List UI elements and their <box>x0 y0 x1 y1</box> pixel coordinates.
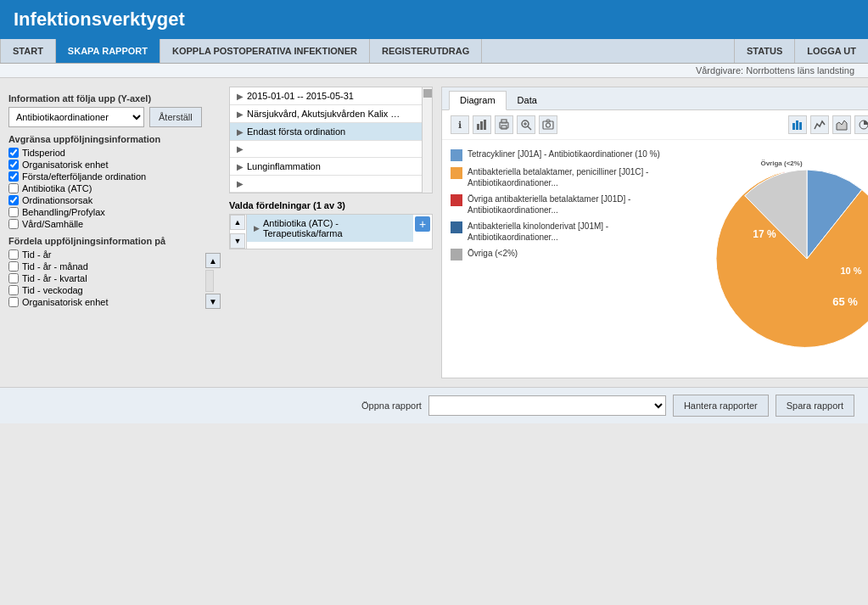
dist-tid-ar-input[interactable] <box>8 249 19 260</box>
svg-rect-1 <box>480 121 483 130</box>
center-column: ▶ 2015-01-01 -- 2015-05-31 ▶ Närsjukvård… <box>229 87 433 378</box>
legend-color-1 <box>451 149 462 161</box>
y-axis-select[interactable]: Antibiotikaordinationer <box>8 107 144 127</box>
filter-arrow-icon-5: ▶ <box>237 162 244 171</box>
tab-data[interactable]: Data <box>507 91 548 109</box>
legend-color-4 <box>451 221 462 233</box>
distribute-label: Fördela uppföljningsinformation på <box>8 236 221 246</box>
chart-toolbar: ℹ <box>442 110 868 140</box>
pie-chart-icon[interactable] <box>854 115 868 134</box>
nav-skapa-rapport[interactable]: SKAPA RAPPORT <box>56 39 160 63</box>
filter-section-label: Avgränsa uppföljningsinformation <box>8 134 221 144</box>
nav-registerutdrag[interactable]: REGISTERUTDRAG <box>370 39 482 63</box>
svg-point-11 <box>546 123 551 127</box>
svg-line-7 <box>528 126 531 130</box>
filter-narsjukvard[interactable]: ▶ Närsjukvård, Akutsjukvården Kalix sjuk… <box>230 105 422 123</box>
tab-diagram[interactable]: Diagram <box>449 91 507 110</box>
dist-tid-veckodag-input[interactable] <box>8 285 19 295</box>
nav-right: STATUS LOGGA UT <box>734 39 868 63</box>
app-header: Infektionsverktyget <box>0 0 868 39</box>
dist-up-btn[interactable]: ▲ <box>230 215 245 230</box>
nav-start[interactable]: START <box>0 39 56 63</box>
pie-chart-container: 10 % 65 % 17 % 5 % Övriga (<2%) <box>697 148 868 369</box>
zoom-icon[interactable] <box>517 115 535 134</box>
report-select[interactable] <box>428 395 666 416</box>
filter-tidsperiod[interactable]: ▶ 2015-01-01 -- 2015-05-31 <box>230 87 422 105</box>
legend-color-5 <box>451 249 462 260</box>
checkbox-ordination: Första/efterföljande ordination <box>8 171 221 182</box>
checkbox-ordinationsorsak-input[interactable] <box>8 195 19 205</box>
filter-empty1[interactable]: ▶ <box>230 141 422 158</box>
save-report-button[interactable]: Spara rapport <box>776 395 854 417</box>
distribute-section: Fördela uppföljningsinformation på Tid -… <box>8 236 221 309</box>
y-axis-row: Antibiotikaordinationer Återställ <box>8 107 221 127</box>
app-title: Infektionsverktyget <box>14 8 185 30</box>
dist-scroll-up[interactable]: ▲ <box>205 253 221 268</box>
distribute-row: Tid - år Tid - år - månad Tid - år - kva… <box>8 249 221 309</box>
pie-chart-svg: 10 % 65 % 17 % 5 % Övriga (<2%) <box>697 148 868 369</box>
info-icon[interactable]: ℹ <box>451 115 469 134</box>
checkbox-ordinationsorsak: Ordinationsorsak <box>8 195 221 205</box>
dist-org-enhet-input[interactable] <box>8 297 19 307</box>
pie-label-17: 17 % <box>753 228 776 240</box>
dist-tid-ar-manad-input[interactable] <box>8 261 19 272</box>
line-chart-icon[interactable] <box>810 115 829 134</box>
filter-list: ▶ 2015-01-01 -- 2015-05-31 ▶ Närsjukvård… <box>230 87 422 193</box>
left-panel: Information att följa upp (Y-axel) Antib… <box>8 87 221 378</box>
distribution-inner: ▲ ▼ ▶ Antibiotika (ATC) - Terapeutiska/f… <box>229 214 433 249</box>
distribute-scroll: ▲ ▼ <box>205 249 221 309</box>
nav-logout[interactable]: LOGGA UT <box>794 39 868 63</box>
main-content: Information att följa upp (Y-axel) Antib… <box>0 78 868 387</box>
toolbar-right-icons <box>788 115 868 134</box>
checkbox-org-enhet: Organisatorisk enhet <box>8 160 221 170</box>
area-chart-icon[interactable] <box>832 115 851 134</box>
pie-label-ovriga: Övriga (<2%) <box>760 160 802 167</box>
checkbox-ordination-input[interactable] <box>8 171 19 182</box>
dist-list: ▶ Antibiotika (ATC) - Terapeutiska/farma <box>247 215 413 249</box>
nav-koppla[interactable]: KOPPLA POSTOPERATIVA INFEKTIONER <box>160 39 370 63</box>
dist-down-btn[interactable]: ▼ <box>230 233 245 249</box>
checkbox-antibiotika-input[interactable] <box>8 183 19 193</box>
bar-chart-icon[interactable] <box>788 115 807 134</box>
dist-add: + <box>413 215 432 249</box>
dist-item-atc[interactable]: ▶ Antibiotika (ATC) - Terapeutiska/farma <box>247 215 413 242</box>
chart-icon[interactable] <box>473 115 491 134</box>
filter-lung[interactable]: ▶ Lunginflammation <box>230 158 422 176</box>
svg-rect-13 <box>792 123 795 130</box>
dist-tid-ar-kvartal: Tid - år - kvartal <box>8 273 202 283</box>
dist-arrows: ▲ ▼ <box>230 215 247 249</box>
pie-label-5: 5 % <box>736 177 750 186</box>
checkbox-behandling-input[interactable] <box>8 207 19 217</box>
chart-area: Tetracykliner [J01A] - Antibiotikaordina… <box>442 140 868 378</box>
filter-arrow-icon-4: ▶ <box>237 144 244 154</box>
dist-scroll-down[interactable]: ▼ <box>205 294 221 309</box>
dist-tid-ar-manad: Tid - år - månad <box>8 261 202 272</box>
filter-scroll-thumb[interactable] <box>423 89 432 98</box>
subheader: Vårdgivare: Norrbottens läns landsting <box>0 64 868 78</box>
dist-tid-ar: Tid - år <box>8 249 202 260</box>
checkbox-tidsperiod-input[interactable] <box>8 148 19 158</box>
checkbox-antibiotika: Antibiotika (ATC) <box>8 183 221 193</box>
filter-empty2[interactable]: ▶ <box>230 176 422 193</box>
legend-ovriga: Övriga (<2%) <box>451 248 688 260</box>
manage-reports-button[interactable]: Hantera rapporter <box>673 395 769 417</box>
dist-add-button[interactable]: + <box>415 216 430 232</box>
nav-status[interactable]: STATUS <box>734 39 794 63</box>
svg-rect-15 <box>799 122 802 130</box>
camera-icon[interactable] <box>539 115 557 134</box>
distribution-header: Valda fördelningar (1 av 3) <box>229 200 433 210</box>
filter-scrollbar[interactable] <box>422 87 432 193</box>
print-icon[interactable] <box>495 115 513 134</box>
svg-rect-14 <box>796 120 798 130</box>
reset-button[interactable]: Återställ <box>149 107 202 127</box>
y-axis-section-label: Information att följa upp (Y-axel) <box>8 93 221 104</box>
checkbox-org-enhet-input[interactable] <box>8 160 19 170</box>
pie-label-10: 10 % <box>840 266 861 276</box>
dist-tid-ar-kvartal-input[interactable] <box>8 273 19 283</box>
checkbox-vard-input[interactable] <box>8 219 19 229</box>
svg-rect-0 <box>477 124 479 130</box>
legend-penicilliner: Antibakteriella betalaktamer, penicillin… <box>451 166 688 188</box>
svg-rect-2 <box>484 120 486 130</box>
legend-color-2 <box>451 167 462 179</box>
filter-ordination[interactable]: ▶ Endast första ordination <box>230 123 422 141</box>
